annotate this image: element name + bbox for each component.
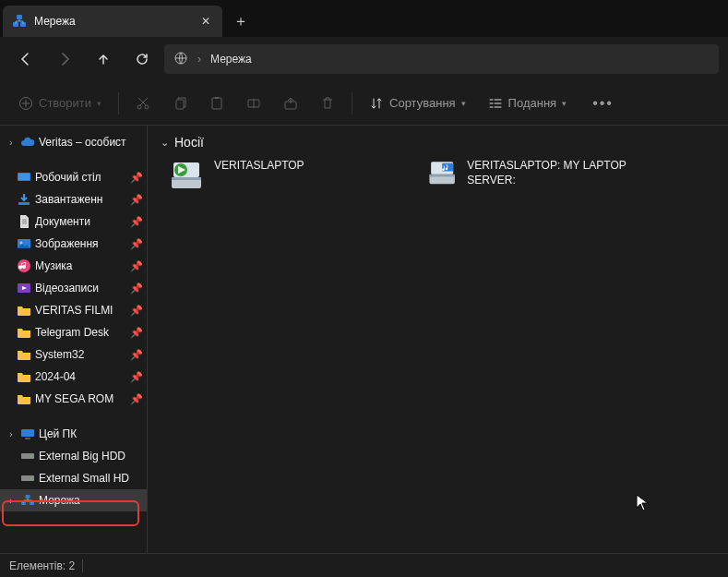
sidebar-videos[interactable]: Відеозаписи 📌	[0, 277, 147, 299]
copy-button[interactable]	[163, 88, 197, 119]
sidebar-folder[interactable]: System32 📌	[0, 343, 147, 366]
status-bar: Елементів: 2	[0, 553, 728, 577]
chevron-right-icon[interactable]: ›	[6, 138, 17, 148]
up-button[interactable]	[87, 42, 120, 76]
tab-close-button[interactable]: ✕	[198, 15, 213, 28]
sidebar-item-label: Зображення	[35, 237, 126, 250]
sidebar-folder[interactable]: VERITAS FILMI 📌	[0, 299, 147, 321]
svg-point-24	[30, 477, 32, 479]
sidebar-item-label: Veritas – особист	[39, 136, 147, 149]
chevron-down-icon: ▾	[461, 99, 466, 108]
sidebar-folder[interactable]: 2024-04 📌	[0, 366, 147, 388]
back-button[interactable]	[9, 42, 42, 76]
sidebar-network[interactable]: › Мережа	[0, 489, 147, 511]
media-server-icon	[168, 157, 205, 194]
svg-rect-8	[212, 98, 221, 109]
toolbar: Створити ▾ Сортування ▾ Подання ▾ •••	[0, 81, 728, 126]
sidebar-music[interactable]: Музика 📌	[0, 255, 147, 277]
sidebar-item-label: MY SEGA ROM	[35, 392, 126, 405]
svg-rect-14	[18, 202, 30, 205]
svg-rect-29	[172, 177, 201, 180]
sidebar-item-label: Мережа	[39, 494, 147, 507]
sort-button[interactable]: Сортування ▾	[360, 88, 475, 119]
sidebar-folder[interactable]: Telegram Desk 📌	[0, 321, 147, 343]
forward-button[interactable]	[48, 42, 81, 76]
refresh-button[interactable]	[125, 42, 159, 76]
chevron-down-icon: ▾	[97, 99, 101, 108]
pin-icon: 📌	[130, 327, 147, 339]
svg-rect-33	[429, 174, 454, 177]
folder-icon	[17, 347, 31, 362]
drive-icon	[20, 471, 35, 486]
svg-rect-27	[26, 495, 30, 499]
network-device-item[interactable]: VERITASLAPTOP: MY LAPTOP SERVER:	[426, 157, 648, 194]
rename-button[interactable]	[237, 88, 270, 119]
network-icon	[20, 493, 35, 508]
chevron-right-icon[interactable]: ›	[6, 496, 17, 506]
sidebar-downloads[interactable]: Завантаженн 📌	[0, 188, 147, 210]
desktop-icon	[17, 170, 31, 185]
sidebar-documents[interactable]: Документи 📌	[0, 210, 147, 233]
picture-icon	[17, 236, 31, 251]
delete-button[interactable]	[311, 88, 344, 119]
pin-icon: 📌	[130, 216, 147, 228]
sidebar-pictures[interactable]: Зображення 📌	[0, 233, 147, 255]
sidebar-item-label: Telegram Desk	[35, 326, 126, 339]
svg-rect-20	[25, 438, 30, 439]
create-button[interactable]: Створити ▾	[9, 88, 111, 119]
new-tab-button[interactable]: ＋	[222, 6, 259, 37]
pin-icon: 📌	[130, 349, 147, 361]
document-icon	[17, 214, 31, 229]
pin-icon: 📌	[130, 172, 147, 184]
svg-rect-7	[176, 100, 184, 109]
folder-icon	[17, 303, 31, 318]
tab-bar: Мережа ✕ ＋	[0, 0, 728, 37]
breadcrumb-location[interactable]: Мережа	[210, 53, 252, 66]
sort-label: Сортування	[389, 96, 456, 110]
item-label: VERITASLAPTOP: MY LAPTOP SERVER:	[467, 157, 648, 187]
network-device-item[interactable]: VERITASLAPTOP	[168, 157, 389, 194]
network-icon	[12, 14, 27, 29]
sidebar-item-label: Цей ПК	[39, 427, 147, 440]
more-button[interactable]: •••	[579, 88, 627, 119]
sidebar-item-label: External Small HD	[39, 472, 147, 485]
sidebar-item-label: Документи	[35, 215, 126, 228]
item-count: Елементів: 2	[9, 559, 75, 572]
svg-rect-13	[18, 174, 30, 180]
sidebar-desktop[interactable]: Робочий стіл 📌	[0, 166, 147, 188]
tab-title: Мережа	[34, 15, 191, 28]
address-bar[interactable]: › Мережа	[164, 44, 719, 74]
sidebar-folder[interactable]: MY SEGA ROM 📌	[0, 388, 147, 410]
svg-point-5	[137, 105, 141, 109]
sidebar-item-label: Робочий стіл	[35, 171, 126, 184]
sidebar-item-label: System32	[35, 348, 126, 361]
sidebar-item-label: Відеозаписи	[35, 282, 126, 295]
video-icon	[17, 281, 31, 295]
sidebar-item-label: VERITAS FILMI	[35, 304, 126, 317]
sidebar-thispc[interactable]: › Цей ПК	[0, 423, 147, 445]
svg-rect-2	[17, 15, 22, 19]
pin-icon: 📌	[130, 282, 147, 295]
pc-icon	[20, 427, 35, 441]
sidebar-drive[interactable]: › External Small HD	[0, 467, 147, 489]
view-button[interactable]: Подання ▾	[479, 88, 577, 119]
svg-point-22	[30, 455, 32, 457]
pin-icon: 📌	[130, 371, 147, 383]
pin-icon: 📌	[130, 305, 147, 317]
group-header[interactable]: ⌄ Носії	[161, 135, 715, 150]
share-button[interactable]	[274, 88, 307, 119]
sidebar-drive[interactable]: › External Big HDD	[0, 445, 147, 467]
cloud-icon	[20, 135, 35, 150]
cut-button[interactable]	[126, 88, 160, 119]
tab-network[interactable]: Мережа ✕	[3, 6, 222, 37]
sidebar-onedrive[interactable]: › Veritas – особист	[0, 131, 147, 153]
sidebar-item-label: Завантаженн	[35, 193, 126, 206]
svg-point-16	[20, 242, 23, 245]
create-label: Створити	[39, 96, 91, 110]
chevron-right-icon: ›	[197, 53, 201, 66]
chevron-right-icon[interactable]: ›	[6, 429, 17, 439]
content-area: ⌄ Носії VERITASLAPTOP VERITASLAPTOP: MY …	[148, 126, 728, 553]
address-row: › Мережа	[0, 37, 728, 81]
paste-button[interactable]	[200, 88, 233, 119]
sidebar-item-label: Музика	[35, 259, 126, 272]
